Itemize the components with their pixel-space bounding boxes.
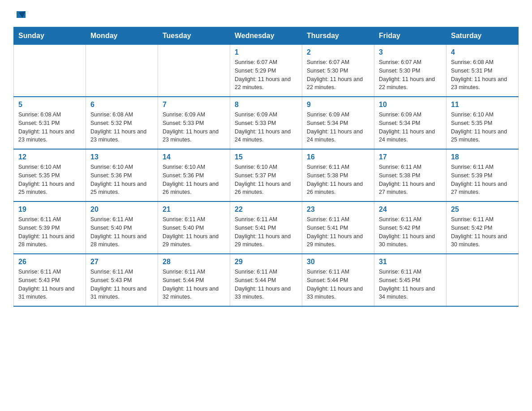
day-number: 6 [90,101,153,109]
day-info: Sunrise: 6:10 AMSunset: 5:36 PMDaylight:… [163,163,225,197]
calendar-cell: 27Sunrise: 6:11 AMSunset: 5:43 PMDayligh… [86,254,158,306]
day-info: Sunrise: 6:08 AMSunset: 5:32 PMDaylight:… [90,111,153,144]
day-info: Sunrise: 6:09 AMSunset: 5:33 PMDaylight:… [163,111,225,144]
day-info: Sunrise: 6:11 AMSunset: 5:42 PMDaylight:… [451,215,514,249]
calendar-cell: 31Sunrise: 6:11 AMSunset: 5:45 PMDayligh… [374,254,446,306]
calendar-cell: 16Sunrise: 6:11 AMSunset: 5:38 PMDayligh… [302,149,374,201]
day-info: Sunrise: 6:09 AMSunset: 5:33 PMDaylight:… [235,111,297,144]
calendar-cell: 12Sunrise: 6:10 AMSunset: 5:35 PMDayligh… [14,149,86,201]
day-number: 23 [307,206,369,214]
day-number: 12 [18,153,81,161]
calendar-cell: 13Sunrise: 6:10 AMSunset: 5:36 PMDayligh… [86,149,158,201]
calendar-cell: 10Sunrise: 6:09 AMSunset: 5:34 PMDayligh… [374,97,446,149]
day-info: Sunrise: 6:11 AMSunset: 5:39 PMDaylight:… [18,215,81,249]
calendar-cell: 29Sunrise: 6:11 AMSunset: 5:44 PMDayligh… [230,254,302,306]
calendar-cell: 21Sunrise: 6:11 AMSunset: 5:40 PMDayligh… [158,201,230,254]
day-number: 7 [163,101,225,109]
calendar-cell: 15Sunrise: 6:10 AMSunset: 5:37 PMDayligh… [230,149,302,201]
day-number: 11 [451,101,514,109]
day-info: Sunrise: 6:09 AMSunset: 5:34 PMDaylight:… [379,111,442,144]
day-info: Sunrise: 6:07 AMSunset: 5:30 PMDaylight:… [379,58,442,92]
day-info: Sunrise: 6:11 AMSunset: 5:44 PMDaylight:… [307,268,369,301]
day-number: 8 [235,101,297,109]
day-number: 20 [90,206,153,214]
day-info: Sunrise: 6:11 AMSunset: 5:42 PMDaylight:… [379,215,442,249]
calendar-cell: 25Sunrise: 6:11 AMSunset: 5:42 PMDayligh… [446,201,519,254]
day-info: Sunrise: 6:11 AMSunset: 5:40 PMDaylight:… [90,215,153,249]
day-number: 1 [235,48,297,56]
day-info: Sunrise: 6:11 AMSunset: 5:43 PMDaylight:… [90,268,153,301]
calendar-week-row: 26Sunrise: 6:11 AMSunset: 5:43 PMDayligh… [14,254,519,306]
logo [13,9,26,22]
day-info: Sunrise: 6:10 AMSunset: 5:36 PMDaylight:… [90,163,153,197]
calendar-cell [86,45,158,97]
calendar-cell: 4Sunrise: 6:08 AMSunset: 5:31 PMDaylight… [446,45,519,97]
day-info: Sunrise: 6:11 AMSunset: 5:44 PMDaylight:… [235,268,297,301]
day-info: Sunrise: 6:10 AMSunset: 5:37 PMDaylight:… [235,163,297,197]
calendar-cell: 24Sunrise: 6:11 AMSunset: 5:42 PMDayligh… [374,201,446,254]
day-info: Sunrise: 6:07 AMSunset: 5:29 PMDaylight:… [235,58,297,92]
day-info: Sunrise: 6:11 AMSunset: 5:38 PMDaylight:… [307,163,369,197]
logo-flag-icon [14,9,28,22]
day-number: 9 [307,101,369,109]
day-info: Sunrise: 6:11 AMSunset: 5:39 PMDaylight:… [451,163,514,197]
calendar-cell [14,45,86,97]
calendar-cell: 5Sunrise: 6:08 AMSunset: 5:31 PMDaylight… [14,97,86,149]
day-number: 13 [90,153,153,161]
day-number: 29 [235,258,297,266]
calendar-cell [446,254,519,306]
weekday-header-saturday: Saturday [446,27,519,45]
calendar-week-row: 12Sunrise: 6:10 AMSunset: 5:35 PMDayligh… [14,149,519,201]
calendar-cell: 6Sunrise: 6:08 AMSunset: 5:32 PMDaylight… [86,97,158,149]
day-number: 30 [307,258,369,266]
day-number: 17 [379,153,442,161]
calendar-cell: 28Sunrise: 6:11 AMSunset: 5:44 PMDayligh… [158,254,230,306]
day-info: Sunrise: 6:11 AMSunset: 5:38 PMDaylight:… [379,163,442,197]
day-number: 27 [90,258,153,266]
calendar-cell: 23Sunrise: 6:11 AMSunset: 5:41 PMDayligh… [302,201,374,254]
day-number: 15 [235,153,297,161]
day-number: 26 [18,258,81,266]
day-number: 16 [307,153,369,161]
weekday-header-tuesday: Tuesday [158,27,230,45]
day-number: 31 [379,258,442,266]
day-number: 3 [379,48,442,56]
calendar-cell: 7Sunrise: 6:09 AMSunset: 5:33 PMDaylight… [158,97,230,149]
day-info: Sunrise: 6:10 AMSunset: 5:35 PMDaylight:… [451,111,514,144]
calendar-cell: 30Sunrise: 6:11 AMSunset: 5:44 PMDayligh… [302,254,374,306]
day-info: Sunrise: 6:08 AMSunset: 5:31 PMDaylight:… [18,111,81,144]
calendar-cell: 3Sunrise: 6:07 AMSunset: 5:30 PMDaylight… [374,45,446,97]
day-info: Sunrise: 6:11 AMSunset: 5:44 PMDaylight:… [163,268,225,301]
day-info: Sunrise: 6:11 AMSunset: 5:41 PMDaylight:… [235,215,297,249]
calendar-week-row: 1Sunrise: 6:07 AMSunset: 5:29 PMDaylight… [14,45,519,97]
calendar-cell: 22Sunrise: 6:11 AMSunset: 5:41 PMDayligh… [230,201,302,254]
calendar-cell: 9Sunrise: 6:09 AMSunset: 5:34 PMDaylight… [302,97,374,149]
calendar-week-row: 5Sunrise: 6:08 AMSunset: 5:31 PMDaylight… [14,97,519,149]
day-number: 22 [235,206,297,214]
day-number: 24 [379,206,442,214]
day-number: 10 [379,101,442,109]
calendar-table: SundayMondayTuesdayWednesdayThursdayFrid… [13,27,519,307]
day-info: Sunrise: 6:11 AMSunset: 5:45 PMDaylight:… [379,268,442,301]
day-number: 28 [163,258,225,266]
calendar-cell: 17Sunrise: 6:11 AMSunset: 5:38 PMDayligh… [374,149,446,201]
calendar-cell: 11Sunrise: 6:10 AMSunset: 5:35 PMDayligh… [446,97,519,149]
calendar-cell [158,45,230,97]
day-number: 18 [451,153,514,161]
calendar-cell: 26Sunrise: 6:11 AMSunset: 5:43 PMDayligh… [14,254,86,306]
weekday-header-sunday: Sunday [14,27,86,45]
weekday-header-friday: Friday [374,27,446,45]
day-number: 5 [18,101,81,109]
day-number: 25 [451,206,514,214]
day-info: Sunrise: 6:07 AMSunset: 5:30 PMDaylight:… [307,58,369,92]
day-info: Sunrise: 6:08 AMSunset: 5:31 PMDaylight:… [451,58,514,92]
page-header [13,9,519,22]
weekday-header-monday: Monday [86,27,158,45]
day-info: Sunrise: 6:09 AMSunset: 5:34 PMDaylight:… [307,111,369,144]
day-info: Sunrise: 6:11 AMSunset: 5:41 PMDaylight:… [307,215,369,249]
day-number: 4 [451,48,514,56]
calendar-cell: 14Sunrise: 6:10 AMSunset: 5:36 PMDayligh… [158,149,230,201]
day-number: 19 [18,206,81,214]
calendar-cell: 1Sunrise: 6:07 AMSunset: 5:29 PMDaylight… [230,45,302,97]
calendar-cell: 2Sunrise: 6:07 AMSunset: 5:30 PMDaylight… [302,45,374,97]
